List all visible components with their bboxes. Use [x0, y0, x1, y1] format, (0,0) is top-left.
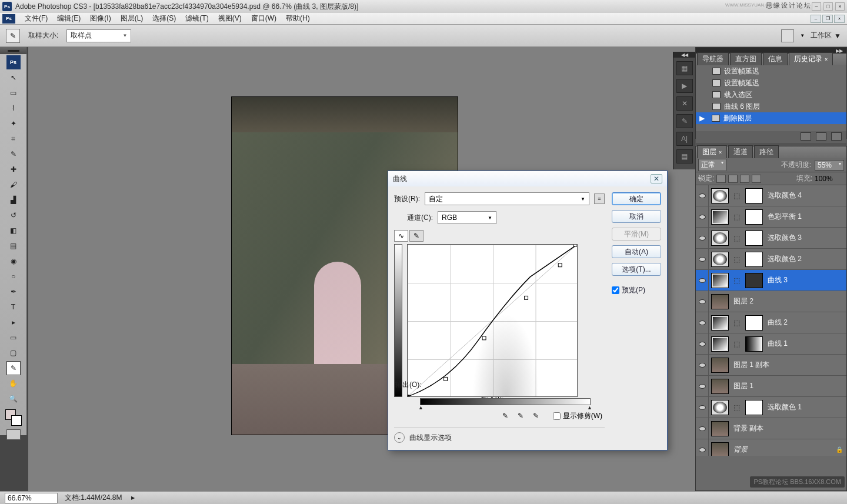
blur-tool[interactable]: ◉ — [6, 254, 21, 268]
visibility-toggle[interactable] — [696, 355, 709, 376]
gradient-tool[interactable]: ▤ — [6, 239, 21, 253]
layer-row[interactable]: ⬚曲线 2 — [696, 312, 846, 333]
layer-mask-thumb[interactable] — [745, 252, 763, 267]
delete-state-button[interactable] — [831, 132, 842, 141]
fill-field[interactable]: 100% — [815, 175, 844, 183]
link-icon[interactable]: ⬚ — [729, 340, 744, 348]
dock-char-icon[interactable]: A| — [676, 132, 693, 146]
tab-layers[interactable]: 图层× — [697, 145, 727, 158]
doc-minimize-button[interactable]: – — [811, 15, 821, 23]
snapshot-button[interactable] — [801, 132, 811, 141]
go-to-bridge-button[interactable] — [781, 29, 794, 42]
crop-tool[interactable]: ⌗ — [6, 132, 21, 146]
layer-name[interactable]: 图层 1 — [733, 381, 753, 391]
link-icon[interactable]: ⬚ — [729, 234, 744, 242]
lasso-tool[interactable]: ⌇ — [6, 101, 21, 115]
history-item[interactable]: 设置帧延迟 — [696, 65, 846, 77]
curves-graph[interactable] — [407, 244, 578, 397]
tab-history[interactable]: 历史记录× — [789, 52, 833, 65]
opacity-field[interactable]: 55% — [815, 160, 844, 171]
move-tool[interactable]: ↖ — [6, 71, 21, 85]
menu-filter[interactable]: 滤镜(T) — [181, 14, 213, 24]
preset-menu-button[interactable]: ≡ — [594, 193, 605, 204]
layer-row[interactable]: ⬚曲线 3 — [696, 270, 846, 291]
layer-row[interactable]: ⬚曲线 1 — [696, 333, 846, 355]
tab-paths[interactable]: 路径 — [754, 145, 779, 158]
channel-combo[interactable]: RGB ▼ — [438, 211, 496, 224]
menu-layer[interactable]: 图层(L) — [116, 14, 148, 24]
layer-row[interactable]: 背景🔒 — [696, 439, 846, 456]
history-list[interactable]: 设置帧延迟 设置帧延迟 载入选区 曲线 6 图层 ▶删除图层 — [696, 65, 846, 131]
layer-row[interactable]: ⬚色彩平衡 1 — [696, 206, 846, 228]
marquee-tool[interactable]: ▭ — [6, 86, 21, 100]
layer-thumb[interactable] — [711, 231, 729, 246]
visibility-toggle[interactable] — [696, 270, 709, 291]
link-icon[interactable]: ⬚ — [729, 213, 744, 221]
options-button[interactable]: 选项(T)... — [612, 263, 661, 276]
layer-row[interactable]: 图层 1 — [696, 376, 846, 397]
layer-row[interactable]: ⬚选取颜色 4 — [696, 185, 846, 206]
layer-name[interactable]: 曲线 2 — [768, 318, 788, 328]
dialog-titlebar[interactable]: 曲线 ✕ — [388, 171, 667, 186]
notes-tool[interactable]: ▢ — [6, 346, 21, 360]
dock-swatches-icon[interactable]: ▤ — [676, 149, 693, 163]
menu-select[interactable]: 选择(S) — [148, 14, 181, 24]
menu-help[interactable]: 帮助(H) — [281, 14, 315, 24]
layer-thumb[interactable] — [711, 252, 729, 267]
layer-name[interactable]: 图层 2 — [733, 296, 753, 306]
layer-name[interactable]: 背景 — [733, 445, 748, 455]
show-clipping-checkbox[interactable]: 显示修剪(W) — [553, 411, 602, 421]
history-item[interactable]: 设置帧延迟 — [696, 77, 846, 89]
statusbar-menu-icon[interactable]: ▶ — [131, 495, 135, 500]
dock-actions-icon[interactable]: ✕ — [676, 96, 693, 111]
preset-combo[interactable]: 自定 ▼ — [425, 192, 589, 205]
menu-edit[interactable]: 编辑(E) — [52, 14, 85, 24]
visibility-toggle[interactable] — [696, 418, 709, 439]
menu-view[interactable]: 视图(V) — [214, 14, 246, 24]
white-point-eyedropper[interactable]: ✎ — [531, 410, 541, 421]
tab-channels[interactable]: 通道 — [728, 145, 753, 158]
layer-thumb[interactable] — [711, 273, 729, 288]
visibility-toggle[interactable] — [696, 376, 709, 397]
eyedropper-tool-active[interactable]: ✎ — [6, 361, 21, 375]
sample-size-combo[interactable]: 取样点 ▼ — [66, 29, 131, 42]
gray-point-eyedropper[interactable]: ✎ — [515, 410, 526, 421]
toolbox-grip[interactable] — [0, 47, 26, 54]
visibility-toggle[interactable] — [696, 291, 709, 312]
close-button[interactable]: × — [835, 2, 845, 11]
dodge-tool[interactable]: ○ — [6, 269, 21, 283]
doc-restore-button[interactable]: ❐ — [822, 15, 833, 23]
dock-playback-icon[interactable]: ▶ — [676, 79, 693, 93]
stamp-tool[interactable]: ▟ — [6, 193, 21, 207]
blend-mode-combo[interactable]: 正常 — [698, 159, 726, 171]
layer-mask-thumb[interactable] — [745, 231, 763, 246]
layer-row[interactable]: ⬚选取颜色 1 — [696, 397, 846, 418]
black-point-eyedropper[interactable]: ✎ — [500, 410, 511, 421]
color-swatches[interactable] — [5, 409, 22, 426]
layers-list[interactable]: ⬚选取颜色 4⬚色彩平衡 1⬚选取颜色 3⬚选取颜色 2⬚曲线 3图层 2⬚曲线… — [696, 185, 846, 456]
shape-tool[interactable]: ▭ — [6, 331, 21, 345]
layer-name[interactable]: 选取颜色 2 — [768, 254, 802, 264]
link-icon[interactable]: ⬚ — [729, 276, 744, 285]
layer-name[interactable]: 色彩平衡 1 — [768, 212, 802, 222]
doc-close-button[interactable]: × — [834, 15, 845, 23]
lock-all-icon[interactable] — [752, 175, 761, 183]
zoom-tool[interactable]: 🔍 — [6, 392, 21, 406]
new-snapshot-button[interactable] — [816, 132, 826, 141]
healing-tool[interactable]: ✚ — [6, 162, 21, 176]
dock-navigator-icon[interactable]: ▦ — [676, 61, 693, 75]
layer-row[interactable]: ⬚选取颜色 3 — [696, 228, 846, 249]
visibility-toggle[interactable] — [696, 206, 709, 228]
brush-tool[interactable]: 🖌 — [6, 178, 21, 192]
show-clipping-input[interactable] — [553, 412, 561, 420]
preview-input[interactable] — [612, 286, 619, 294]
layer-name[interactable]: 选取颜色 1 — [768, 402, 802, 412]
zoom-field[interactable]: 66.67% — [5, 493, 58, 503]
visibility-toggle[interactable] — [696, 397, 709, 418]
pen-tool[interactable]: ✒ — [6, 285, 21, 299]
ps-home-icon[interactable]: Ps — [6, 55, 21, 69]
layer-mask-thumb[interactable] — [745, 400, 763, 415]
type-tool[interactable]: T — [6, 300, 21, 314]
layer-thumb[interactable] — [711, 379, 729, 394]
history-item-selected[interactable]: ▶删除图层 — [696, 112, 846, 124]
